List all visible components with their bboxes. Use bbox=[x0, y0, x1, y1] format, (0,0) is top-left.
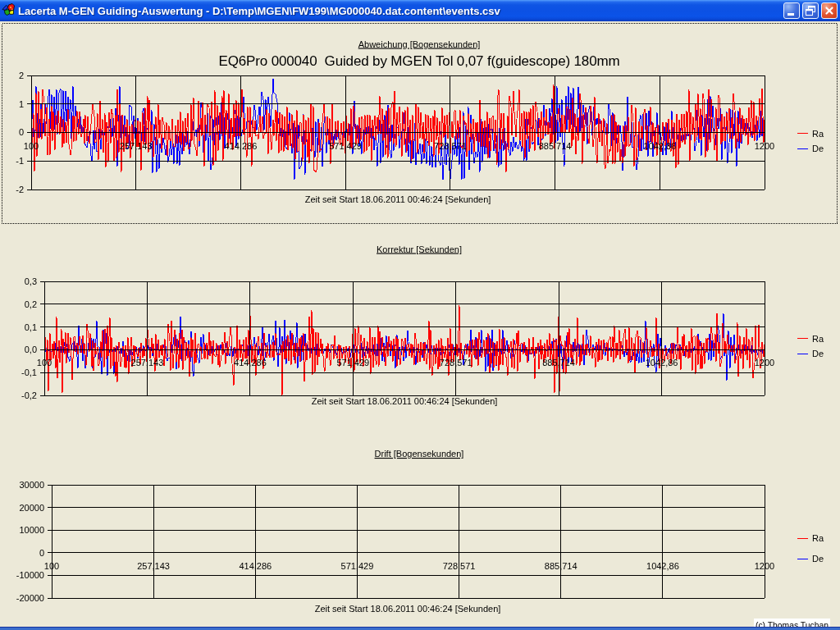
svg-text:571,429: 571,429 bbox=[341, 561, 374, 571]
svg-text:257,143: 257,143 bbox=[131, 358, 164, 368]
svg-text:Ra: Ra bbox=[812, 129, 824, 139]
svg-text:0,2: 0,2 bbox=[25, 299, 37, 309]
svg-text:-0,1: -0,1 bbox=[21, 368, 37, 377]
svg-text:1042,86: 1042,86 bbox=[643, 141, 676, 151]
svg-text:414,286: 414,286 bbox=[239, 561, 272, 571]
svg-text:885,714: 885,714 bbox=[545, 561, 578, 571]
svg-text:100: 100 bbox=[44, 561, 59, 571]
svg-text:414,286: 414,286 bbox=[225, 141, 258, 151]
svg-text:257,143: 257,143 bbox=[137, 561, 170, 571]
svg-text:-2: -2 bbox=[16, 185, 24, 194]
svg-text:1042,86: 1042,86 bbox=[646, 561, 679, 571]
svg-text:Abweichung [Bogensekunden]: Abweichung [Bogensekunden] bbox=[358, 39, 481, 49]
svg-text:-0,2: -0,2 bbox=[21, 390, 37, 400]
svg-text:Zeit seit Start 18.06.2011 00:: Zeit seit Start 18.06.2011 00:46:24 [Sek… bbox=[312, 396, 498, 406]
svg-text:100: 100 bbox=[37, 358, 52, 368]
svg-text:1200: 1200 bbox=[755, 561, 774, 571]
svg-text:-10000: -10000 bbox=[16, 570, 44, 580]
svg-text:1042,86: 1042,86 bbox=[646, 358, 678, 368]
svg-text:-1: -1 bbox=[16, 156, 24, 166]
svg-text:571,429: 571,429 bbox=[336, 358, 369, 368]
svg-text:Ra: Ra bbox=[812, 533, 824, 543]
svg-text:1200: 1200 bbox=[755, 358, 774, 368]
svg-text:-20000: -20000 bbox=[16, 593, 44, 603]
svg-text:0: 0 bbox=[39, 548, 44, 558]
svg-text:Korrektur [Sekunden]: Korrektur [Sekunden] bbox=[377, 244, 462, 254]
svg-text:885,714: 885,714 bbox=[542, 358, 575, 368]
svg-text:728,571: 728,571 bbox=[434, 141, 467, 151]
svg-text:De: De bbox=[812, 349, 824, 358]
svg-text:Zeit seit Start 18.06.2011 00:: Zeit seit Start 18.06.2011 00:46:24 [Sek… bbox=[315, 604, 501, 614]
svg-text:728,571: 728,571 bbox=[440, 358, 472, 368]
svg-text:257,143: 257,143 bbox=[120, 141, 153, 151]
svg-text:100: 100 bbox=[24, 141, 39, 151]
svg-text:De: De bbox=[812, 144, 824, 153]
svg-text:0,3: 0,3 bbox=[25, 276, 37, 286]
svg-text:Ra: Ra bbox=[812, 334, 824, 344]
svg-text:728,571: 728,571 bbox=[443, 561, 476, 571]
svg-text:571,429: 571,429 bbox=[329, 141, 362, 151]
svg-text:414,286: 414,286 bbox=[234, 358, 267, 368]
svg-text:20000: 20000 bbox=[19, 503, 44, 513]
svg-text:1200: 1200 bbox=[755, 141, 774, 151]
svg-text:Zeit seit Start 18.06.2011 00:: Zeit seit Start 18.06.2011 00:46:24 [Sek… bbox=[305, 194, 491, 204]
svg-text:30000: 30000 bbox=[19, 480, 44, 490]
svg-text:0: 0 bbox=[19, 127, 24, 137]
svg-text:0,1: 0,1 bbox=[25, 322, 37, 332]
svg-text:De: De bbox=[812, 554, 824, 564]
svg-text:2: 2 bbox=[19, 71, 24, 80]
svg-text:885,714: 885,714 bbox=[539, 141, 572, 151]
svg-text:1: 1 bbox=[19, 99, 24, 109]
svg-text:EQ6Pro 000040 Guided by MGEN: EQ6Pro 000040 Guided by MGEN Tol 0,07 f(… bbox=[219, 53, 620, 69]
svg-text:0,0: 0,0 bbox=[25, 345, 37, 354]
svg-text:10000: 10000 bbox=[19, 525, 44, 535]
svg-text:Drift [Bogensekunden]: Drift [Bogensekunden] bbox=[375, 449, 464, 459]
